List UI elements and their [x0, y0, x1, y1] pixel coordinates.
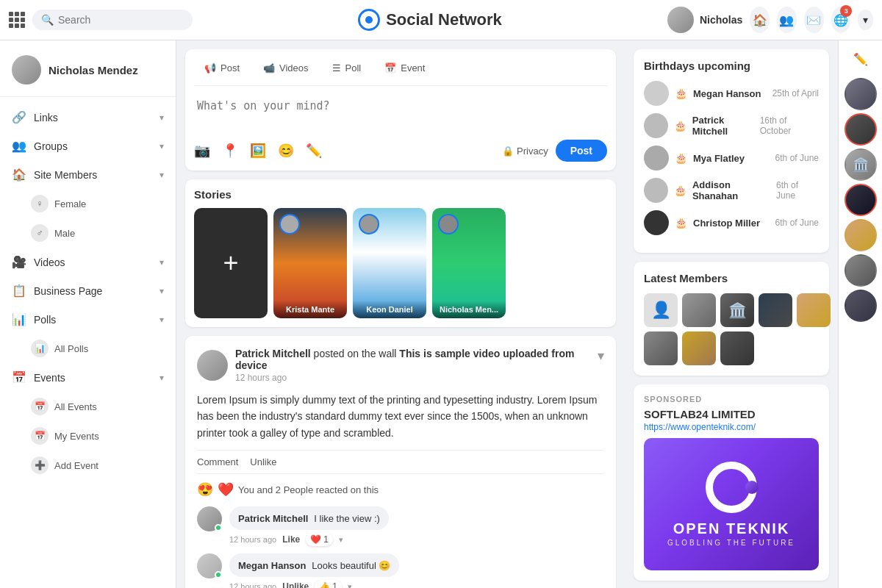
comment-action-btn[interactable]: Comment [197, 456, 238, 467]
sidebar-item-events[interactable]: 📅 Events ▾ [0, 363, 176, 392]
member-thumb-7[interactable] [720, 331, 754, 365]
emoji-icon[interactable]: 😊 [278, 143, 294, 159]
composer-input[interactable] [194, 93, 607, 132]
strip-avatar-5[interactable] [845, 254, 877, 287]
reaction-chevron-1[interactable]: ▾ [348, 582, 352, 588]
comment-text-0: I like the view :) [314, 513, 380, 524]
camera-icon[interactable]: 📷 [194, 143, 210, 159]
member-thumb-1[interactable] [682, 293, 716, 327]
post-action-text: posted on the wall [314, 348, 397, 359]
birthday-name-3: Addison Shanahan [692, 179, 776, 201]
story-card-2[interactable]: Nicholas Men... [432, 208, 506, 318]
tab-post[interactable]: 📢 Post [194, 58, 250, 78]
reactions-text: You and 2 People reacted on this [238, 484, 379, 495]
member-thumb-4[interactable] [797, 293, 831, 327]
allevents-icon: 📅 [31, 398, 49, 415]
polls-label: Polls [34, 314, 56, 326]
left-sidebar: Nicholas Mendez 🔗 Links ▾ 👥 Groups ▾ 🏠 S… [0, 40, 176, 588]
grid-menu-icon[interactable] [9, 12, 25, 28]
story-card-0[interactable]: Krista Mante [273, 208, 347, 318]
home-icon-btn[interactable]: 🏠 [750, 7, 770, 33]
search-box[interactable]: 🔍 [32, 10, 193, 30]
search-input[interactable] [58, 14, 184, 26]
sidebar-item-myevents[interactable]: 📅 My Events [0, 421, 176, 451]
story-card-1[interactable]: Keon Daniel [353, 208, 426, 318]
strip-avatar-0[interactable] [845, 78, 877, 110]
member-thumb-3[interactable] [759, 293, 792, 327]
comment-time-1: 12 hours ago [229, 582, 276, 588]
unlike-action-btn[interactable]: Unlike [250, 456, 276, 467]
sidebar-item-allevents[interactable]: 📅 All Events [0, 392, 176, 421]
birthday-avatar-1 [644, 113, 668, 138]
sidebar-item-businesspage[interactable]: 📋 Business Page ▾ [0, 276, 176, 305]
sidebar-item-female[interactable]: ♀ Female [0, 189, 176, 218]
allpolls-icon: 📊 [31, 340, 49, 357]
strip-avatar-6[interactable] [845, 290, 877, 322]
tab-event-icon: 📅 [384, 62, 396, 74]
birthday-item-4: 🎂 Christop Miller 6th of June [644, 210, 819, 235]
far-right-strip: ✏️ 🏛️ [838, 40, 882, 588]
pencil-icon[interactable]: ✏️ [306, 143, 322, 159]
female-label: Female [54, 198, 86, 209]
tab-videos[interactable]: 📹 Videos [253, 58, 319, 78]
globe-icon-btn[interactable]: 🌐 3 [831, 7, 851, 33]
videos-icon: 🎥 [12, 255, 26, 269]
allpolls-label: All Polls [54, 343, 88, 354]
strip-avatar-1[interactable] [845, 113, 877, 146]
links-label: Links [34, 112, 58, 123]
reaction-chevron-0[interactable]: ▾ [339, 535, 343, 545]
strip-avatar-2[interactable]: 🏛️ [845, 148, 877, 181]
post-button[interactable]: Post [556, 140, 607, 162]
notification-badge: 3 [840, 5, 852, 17]
links-icon: 🔗 [12, 110, 26, 124]
photo-icon[interactable]: 🖼️ [250, 143, 266, 159]
myevents-label: My Events [54, 431, 99, 442]
add-story-icon: + [223, 248, 238, 279]
right-sidebar: Birthdays upcoming 🎂 Megan Hanson 25th o… [625, 40, 838, 588]
sidebar-item-videos[interactable]: 🎥 Videos ▾ [0, 248, 176, 276]
sidebar-item-sitemembers[interactable]: 🏠 Site Members ▾ [0, 160, 176, 189]
comment-bubble-0: Patrick Mitchell I like the view :) [229, 506, 389, 530]
tab-event[interactable]: 📅 Event [374, 58, 435, 78]
comment-meta-0: 12 hours ago Like ❤️ 1 ▾ [229, 533, 604, 546]
user-avatar[interactable] [667, 7, 694, 33]
birthdays-card: Birthdays upcoming 🎂 Megan Hanson 25th o… [634, 49, 829, 253]
member-thumb-0[interactable]: 👤 [644, 293, 678, 327]
female-icon: ♀ [31, 195, 49, 212]
member-thumb-6[interactable] [682, 331, 716, 365]
tab-poll[interactable]: ☰ Poll [322, 58, 372, 78]
member-thumb-5[interactable] [644, 331, 678, 365]
sponsored-banner[interactable]: OPEN TEKNIK GLOBLING THE FUTURE [644, 438, 819, 570]
post-composer: 📢 Post 📹 Videos ☰ Poll 📅 Event [185, 49, 616, 171]
sidebar-item-links[interactable]: 🔗 Links ▾ [0, 103, 176, 132]
comment-0: Patrick Mitchell I like the view :) 12 h… [197, 506, 604, 546]
privacy-label: Privacy [517, 146, 548, 157]
sidebar-item-male[interactable]: ♂ Male [0, 218, 176, 248]
sidebar-item-polls[interactable]: 📊 Polls ▾ [0, 305, 176, 334]
member-thumb-2[interactable]: 🏛️ [720, 293, 754, 327]
sponsored-url[interactable]: https://www.openteknik.com/ [644, 422, 819, 432]
addevent-label: Add Event [54, 460, 98, 471]
stories-card: Stories + Krista Mante Keon Dani [185, 179, 616, 327]
strip-avatar-4[interactable] [845, 219, 877, 251]
privacy-button[interactable]: 🔒 Privacy [502, 146, 548, 157]
comment-like-1[interactable]: Unlike [282, 581, 309, 588]
sidebar-user[interactable]: Nicholas Mendez [0, 49, 176, 97]
comment-avatar-0 [197, 506, 222, 531]
location-icon[interactable]: 📍 [222, 143, 238, 159]
sidebar-item-addevent[interactable]: ➕ Add Event [0, 451, 176, 480]
sidebar-item-allpolls[interactable]: 📊 All Polls [0, 334, 176, 363]
post-menu-btn[interactable]: ▾ [598, 348, 604, 364]
groups-chevron: ▾ [159, 141, 164, 151]
mail-icon-btn[interactable]: ✉️ [804, 7, 824, 33]
composer-actions: 📷 📍 🖼️ 😊 ✏️ 🔒 Privacy Post [194, 140, 607, 162]
strip-avatar-3[interactable] [845, 184, 877, 216]
people-icon-btn[interactable]: 👥 [777, 7, 797, 33]
edit-icon[interactable]: ✏️ [847, 46, 874, 72]
add-story-card[interactable]: + [194, 208, 268, 318]
birthday-item-3: 🎂 Addison Shanahan 6th of June [644, 178, 819, 203]
sidebar-item-groups[interactable]: 👥 Groups ▾ [0, 132, 176, 160]
nav-chevron-btn[interactable]: ▾ [858, 10, 873, 30]
comment-like-0[interactable]: Like [282, 534, 300, 545]
story-name-2: Nicholas Men... [437, 305, 501, 314]
